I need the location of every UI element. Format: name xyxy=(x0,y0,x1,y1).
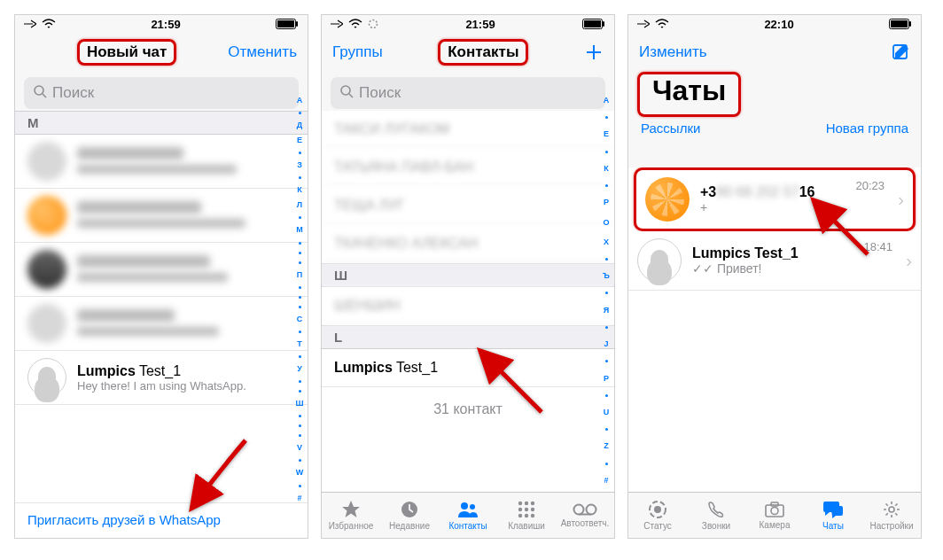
contact-name-rest: Test_1 xyxy=(136,363,181,378)
tab-voicemail[interactable]: Автоответч. xyxy=(556,493,614,538)
svg-rect-27 xyxy=(891,20,908,27)
list-item-lumpics[interactable]: Lumpics Test_1 Hey there! I am using Wha… xyxy=(15,351,308,405)
battery-icon xyxy=(889,19,912,29)
list-item[interactable]: ШЕНШИН xyxy=(322,287,614,325)
chat-list[interactable]: +380 68 202 5716 + 20:23 › Lumpics Test_… xyxy=(628,167,921,492)
svg-point-35 xyxy=(889,507,894,512)
battery-icon xyxy=(276,19,299,29)
contact-count: 31 контакт xyxy=(322,387,614,432)
status-time: 22:10 xyxy=(764,18,793,31)
svg-point-18 xyxy=(525,508,528,511)
section-header-sh: Ш xyxy=(322,263,614,287)
svg-point-15 xyxy=(525,502,528,505)
index-strip[interactable]: АДЕЗКЛМПСТУШVW# xyxy=(293,97,306,502)
navbar: Группы Контакты xyxy=(322,33,614,72)
status-time: 21:59 xyxy=(151,18,180,31)
tab-contacts[interactable]: Контакты xyxy=(439,493,497,538)
svg-point-14 xyxy=(518,502,522,505)
tab-favorites[interactable]: Избранное xyxy=(322,493,380,538)
svg-point-16 xyxy=(531,502,534,505)
tab-bar: Избранное Недавние Контакты Клавиши Авто… xyxy=(322,492,614,538)
svg-point-9 xyxy=(341,86,350,95)
svg-point-22 xyxy=(531,514,534,517)
nav-edit-button[interactable]: Изменить xyxy=(639,43,707,61)
list-item[interactable]: ТЕЩА ЛУГ xyxy=(322,187,614,225)
subnav: Рассылки Новая группа xyxy=(628,117,921,144)
nav-cancel-button[interactable]: Отменить xyxy=(228,43,297,61)
chat-item-lumpics[interactable]: Lumpics Test_1 ✓✓ Привет! 18:41 › xyxy=(628,231,921,291)
wifi-icon xyxy=(655,19,669,29)
svg-rect-7 xyxy=(584,20,601,27)
tab-camera[interactable]: Камера xyxy=(745,493,804,538)
search-input[interactable]: Поиск xyxy=(331,77,605,109)
svg-point-20 xyxy=(518,514,522,517)
tab-chats[interactable]: Чаты xyxy=(804,493,862,538)
svg-point-3 xyxy=(35,86,43,95)
svg-rect-34 xyxy=(771,502,778,506)
airplane-icon xyxy=(24,19,36,29)
phone-new-chat: 21:59 Новый чат Отменить Поиск М Lumpics… xyxy=(14,14,308,539)
nav-groups-button[interactable]: Группы xyxy=(332,43,383,61)
tab-settings[interactable]: Настройки xyxy=(862,493,921,538)
phone-contacts: 21:59 Группы Контакты Поиск ТАКСИ ЛУГАКО… xyxy=(321,14,615,539)
contact-list[interactable]: ТАКСИ ЛУГАКОМ ТАТЬЯНА ПАВЛ-БАН ТЕЩА ЛУГ … xyxy=(322,111,614,492)
search-icon xyxy=(33,84,47,103)
svg-rect-1 xyxy=(277,20,294,27)
tab-calls[interactable]: Звонки xyxy=(687,493,745,538)
airplane-icon xyxy=(637,19,650,29)
search-icon xyxy=(339,84,354,103)
search-placeholder: Поиск xyxy=(52,84,94,102)
wifi-icon xyxy=(42,19,56,29)
list-item[interactable] xyxy=(15,243,308,297)
tab-status[interactable]: Статус xyxy=(628,493,687,538)
airplane-icon xyxy=(331,19,343,29)
svg-point-13 xyxy=(470,504,475,509)
list-item[interactable]: ТАТЬЯНА ПАВЛ-БАН xyxy=(322,149,614,187)
svg-line-10 xyxy=(349,94,353,97)
section-header-l: L xyxy=(322,325,614,349)
chat-time: 18:41 xyxy=(863,240,892,253)
add-contact-button[interactable] xyxy=(584,43,604,62)
contact-status: Hey there! I am using WhatsApp. xyxy=(77,379,295,393)
index-strip[interactable]: АЕКРОХЪЯJPUZ# xyxy=(600,97,612,485)
list-item[interactable]: ТАКСИ ЛУГАКОМ xyxy=(322,111,614,149)
svg-point-31 xyxy=(654,506,661,513)
list-item[interactable] xyxy=(15,189,308,243)
list-item-lumpics[interactable]: Lumpics Test_1 xyxy=(322,349,614,387)
contact-list[interactable]: М Lumpics Test_1 Hey there! I am using W… xyxy=(15,111,308,506)
nav-title-contacts: Контакты xyxy=(438,39,528,66)
contact-name-strong: Lumpics xyxy=(77,363,136,378)
wifi-icon xyxy=(348,19,362,29)
list-item[interactable]: ТКАЧЕНКО АЛЕКСАН xyxy=(322,225,614,263)
chats-large-title: Чаты xyxy=(637,72,741,117)
nav-title-new-chat: Новый чат xyxy=(77,39,176,66)
chat-item-phone[interactable]: +380 68 202 5716 + 20:23 › xyxy=(634,167,916,231)
svg-point-19 xyxy=(531,508,534,511)
svg-point-24 xyxy=(587,505,596,515)
loading-icon xyxy=(368,19,378,29)
compose-button[interactable] xyxy=(891,43,910,62)
broadcasts-button[interactable]: Рассылки xyxy=(641,121,700,136)
list-item[interactable] xyxy=(15,297,308,351)
tab-recents[interactable]: Недавние xyxy=(380,493,439,538)
new-group-button[interactable]: Новая группа xyxy=(826,121,908,136)
list-item[interactable] xyxy=(15,135,308,189)
tab-keypad[interactable]: Клавиши xyxy=(497,493,556,538)
status-bar: 21:59 xyxy=(322,15,614,33)
avatar xyxy=(637,238,682,283)
svg-line-4 xyxy=(43,94,46,97)
svg-rect-2 xyxy=(296,21,298,27)
navbar: Новый чат Отменить xyxy=(15,33,308,72)
avatar xyxy=(645,177,690,222)
avatar xyxy=(27,358,66,397)
svg-point-33 xyxy=(771,508,778,515)
chat-time: 20:23 xyxy=(855,179,885,192)
status-bar: 22:10 xyxy=(628,15,921,33)
invite-friends-button[interactable]: Пригласить друзей в WhatsApp xyxy=(15,502,308,538)
svg-rect-8 xyxy=(603,21,604,27)
chat-last-message: ✓✓ Привет! xyxy=(692,261,912,276)
chevron-right-icon: › xyxy=(898,190,904,210)
phone-chats: 22:10 Изменить Чаты Рассылки Новая групп… xyxy=(627,14,922,539)
search-input[interactable]: Поиск xyxy=(24,77,299,109)
svg-point-17 xyxy=(518,508,522,511)
